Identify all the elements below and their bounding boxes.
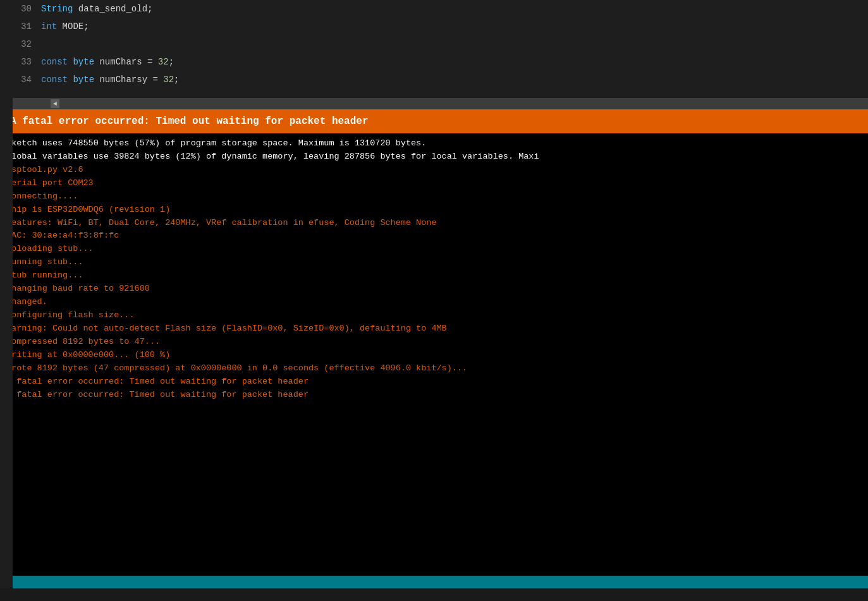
console-line: A fatal error occurred: Timed out waitin… [6,389,862,402]
console-line: Sketch uses 748550 bytes (57%) of progra… [6,137,862,150]
code-line: 30String data_send_old; [13,0,868,18]
sidebar-icon-firefox [0,0,13,13]
console-line: Configuring flash size... [6,309,862,322]
console-line: Writing at 0x0000e000... (100 %) [6,349,862,362]
code-line: 34const byte numCharsy = 32; [13,71,868,88]
line-content: const byte numCharsy = 32; [41,71,179,88]
console-line: Changed. [6,296,862,309]
line-content: int MODE; [41,18,89,35]
error-banner: A fatal error occurred: Timed out waitin… [0,109,868,133]
main-wrapper: 30String data_send_old;31int MODE;3233co… [0,0,868,588]
console-line: Running stub... [6,256,862,269]
console-line: Global variables use 39824 bytes (12%) o… [6,150,862,164]
error-banner-text: A fatal error occurred: Timed out waitin… [10,116,369,127]
console-line: esptool.py v2.6 [6,164,862,177]
code-editor: 30String data_send_old;31int MODE;3233co… [0,0,868,98]
console-output: Sketch uses 748550 bytes (57%) of progra… [0,133,868,588]
console-line: Stub running... [6,269,862,282]
line-number: 34 [13,71,41,88]
console-line: Serial port COM23 [6,177,862,190]
line-content: const byte numChars = 32; [41,53,174,71]
console-line: Chip is ESP32D0WDQ6 (revision 1) [6,203,862,217]
console-line: Uploading stub... [6,243,862,256]
console-line: Compressed 8192 bytes to 47... [6,336,862,349]
code-line: 33const byte numChars = 32; [13,53,868,71]
console-line: Warning: Could not auto-detect Flash siz… [6,322,862,336]
horizontal-scrollbar[interactable]: ◄ [0,98,868,109]
scroll-left-button[interactable]: ◄ [51,99,59,108]
console-line: A fatal error occurred: Timed out waitin… [6,375,862,389]
line-number: 32 [13,35,41,53]
status-bar [0,576,868,588]
line-number: 31 [13,18,41,35]
code-lines: 30String data_send_old;31int MODE;3233co… [13,0,868,88]
console-line: Wrote 8192 bytes (47 compressed) at 0x00… [6,362,862,375]
console-line: Changing baud rate to 921600 [6,282,862,296]
line-number: 30 [13,0,41,18]
console-line: MAC: 30:ae:a4:f3:8f:fc [6,229,862,243]
line-number: 33 [13,53,41,71]
left-sidebar [0,0,13,588]
console-line: Connecting.... [6,190,862,203]
line-content: String data_send_old; [41,0,152,18]
code-line: 32 [13,35,868,53]
console-line: Features: WiFi, BT, Dual Core, 240MHz, V… [6,217,862,230]
code-line: 31int MODE; [13,18,868,35]
